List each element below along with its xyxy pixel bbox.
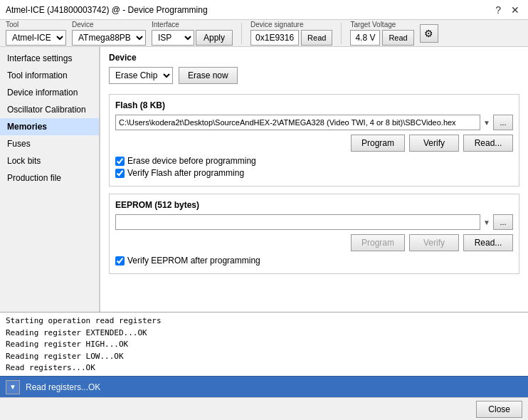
verify-eeprom-label: Verify EEPROM after programming: [127, 256, 260, 266]
erase-chip-select[interactable]: Erase Chip: [109, 67, 173, 84]
eeprom-path-row: ▼ ...: [115, 214, 513, 230]
erase-before-label: Erase device before programming: [127, 156, 256, 166]
flash-verify-button[interactable]: Verify: [409, 135, 459, 152]
status-toggle-icon: ▼: [9, 383, 16, 391]
flash-path-row: ▼ ...: [115, 115, 513, 130]
tool-group: Tool Atmel-ICE: [6, 21, 66, 46]
flash-action-btns: Program Verify Read...: [115, 135, 513, 152]
close-window-button[interactable]: ✕: [508, 4, 522, 16]
tool-select[interactable]: Atmel-ICE: [6, 30, 66, 46]
apply-button[interactable]: Apply: [196, 30, 233, 46]
panel-content: Device Erase Chip Erase now Flash (8 KB)…: [100, 47, 528, 312]
gear-button[interactable]: ⚙: [420, 24, 438, 43]
sidebar-item-fuses[interactable]: Fuses: [0, 135, 99, 152]
erase-now-button[interactable]: Erase now: [179, 67, 238, 84]
toolbar-divider2: [341, 23, 342, 44]
erase-before-row: Erase device before programming: [115, 156, 513, 166]
device-group: Device ATmega88PB: [72, 21, 146, 46]
device-select[interactable]: ATmega88PB: [72, 30, 146, 46]
erase-before-checkbox[interactable]: [115, 157, 125, 166]
verify-flash-checkbox[interactable]: [115, 169, 125, 178]
device-label: Device: [72, 21, 146, 28]
toolbar-divider: [241, 23, 242, 44]
window-title: Atmel-ICE (J41800003742) @ - Device Prog…: [6, 5, 208, 15]
eeprom-path-input[interactable]: [115, 214, 480, 230]
interface-group: Interface ISP Apply: [152, 21, 233, 46]
flash-path-input[interactable]: [115, 115, 480, 130]
eeprom-program-button[interactable]: Program: [351, 234, 405, 251]
help-button[interactable]: ?: [492, 4, 504, 16]
close-button[interactable]: Close: [476, 401, 522, 418]
sidebar-item-lock-bits[interactable]: Lock bits: [0, 152, 99, 169]
flash-path-dropdown-icon: ▼: [483, 119, 490, 127]
target-voltage-value: 4.8 V: [355, 33, 375, 43]
bottom-bar: Close: [0, 397, 528, 420]
target-voltage-value-box: 4.8 V: [350, 30, 380, 46]
log-area: Starting operation read registersReading…: [0, 312, 528, 376]
eeprom-label: EEPROM (512 bytes): [115, 200, 513, 210]
flash-label: Flash (8 KB): [115, 100, 513, 110]
eeprom-path-dropdown-icon: ▼: [483, 219, 490, 226]
eeprom-action-btns: Program Verify Read...: [115, 234, 513, 251]
status-text: Read registers...OK: [26, 382, 100, 392]
device-row: Erase Chip Erase now: [109, 67, 519, 84]
right-panel: Device Erase Chip Erase now Flash (8 KB)…: [100, 47, 528, 312]
sidebar-item-oscillator-calibration[interactable]: Oscillator Calibration: [0, 101, 99, 118]
sidebar-item-tool-information[interactable]: Tool information: [0, 67, 99, 84]
interface-label: Interface: [152, 21, 233, 28]
device-sig-value-box: 0x1E9316: [250, 30, 299, 46]
device-sig-value: 0x1E9316: [255, 33, 294, 43]
verify-flash-row: Verify Flash after programming: [115, 168, 513, 178]
main-content: Interface settings Tool information Devi…: [0, 47, 528, 312]
voltage-read-button[interactable]: Read: [382, 30, 413, 46]
sidebar-item-interface-settings[interactable]: Interface settings: [0, 50, 99, 67]
verify-eeprom-row: Verify EEPROM after programming: [115, 256, 513, 266]
sidebar-item-device-information[interactable]: Device information: [0, 84, 99, 101]
device-sig-label: Device signature: [250, 21, 332, 28]
status-toggle-button[interactable]: ▼: [6, 380, 20, 394]
sig-read-button[interactable]: Read: [301, 30, 332, 46]
flash-program-button[interactable]: Program: [351, 135, 405, 152]
toolbar: Tool Atmel-ICE Device ATmega88PB Interfa…: [0, 20, 528, 47]
gear-icon: ⚙: [424, 28, 433, 39]
device-sig-group: Device signature 0x1E9316 Read: [250, 21, 332, 46]
tool-label: Tool: [6, 21, 66, 28]
target-voltage-label: Target Voltage: [350, 21, 413, 28]
sidebar: Interface settings Tool information Devi…: [0, 47, 100, 312]
status-bar: ▼ Read registers...OK: [0, 376, 528, 397]
interface-select[interactable]: ISP: [152, 30, 194, 46]
sidebar-item-memories[interactable]: Memories: [0, 118, 99, 135]
target-voltage-group: Target Voltage 4.8 V Read: [350, 21, 413, 46]
eeprom-browse-button[interactable]: ...: [493, 214, 513, 230]
verify-flash-label: Verify Flash after programming: [127, 168, 244, 178]
title-bar: Atmel-ICE (J41800003742) @ - Device Prog…: [0, 0, 528, 20]
eeprom-section: EEPROM (512 bytes) ▼ ... Program Verify …: [109, 194, 519, 274]
eeprom-read-button[interactable]: Read...: [463, 234, 513, 251]
sidebar-item-production-file[interactable]: Production file: [0, 169, 99, 187]
flash-browse-button[interactable]: ...: [493, 115, 513, 130]
device-section-label: Device: [109, 53, 519, 63]
eeprom-verify-button[interactable]: Verify: [409, 234, 459, 251]
flash-section: Flash (8 KB) ▼ ... Program Verify Read..…: [109, 94, 519, 187]
verify-eeprom-checkbox[interactable]: [115, 256, 125, 266]
flash-read-button[interactable]: Read...: [463, 135, 513, 152]
